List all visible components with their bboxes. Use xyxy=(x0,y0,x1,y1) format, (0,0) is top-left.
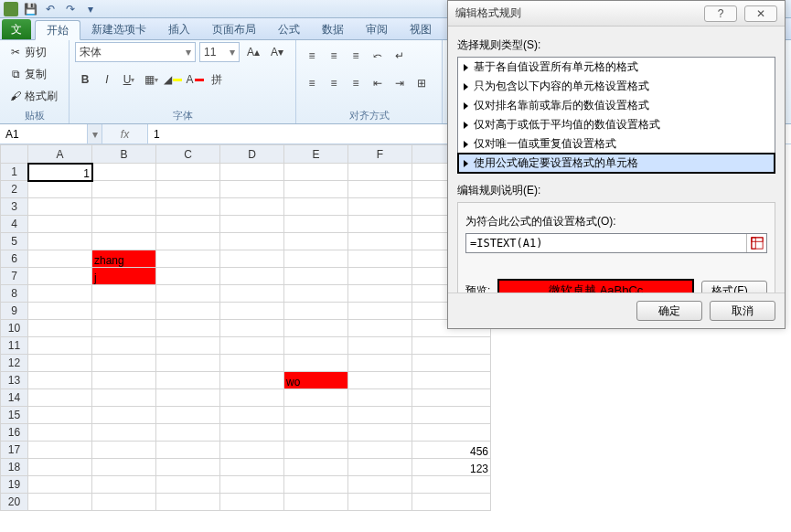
cell[interactable] xyxy=(284,268,348,285)
cell[interactable] xyxy=(28,389,92,407)
decrease-indent-button[interactable]: ⇤ xyxy=(368,73,388,93)
cell[interactable] xyxy=(156,164,220,181)
close-button[interactable]: ✕ xyxy=(744,5,777,22)
cell[interactable] xyxy=(156,337,220,355)
cell[interactable] xyxy=(284,424,348,442)
increase-indent-button[interactable]: ⇥ xyxy=(390,73,410,93)
ok-button[interactable]: 确定 xyxy=(636,301,702,321)
cell[interactable] xyxy=(92,372,156,389)
cell[interactable] xyxy=(348,442,412,459)
row-header[interactable]: 9 xyxy=(1,303,28,320)
cell[interactable]: 456 xyxy=(412,442,491,459)
cell[interactable] xyxy=(220,372,284,389)
rule-type-item[interactable]: 仅对排名靠前或靠后的数值设置格式 xyxy=(458,96,775,115)
align-center-button[interactable]: ≡ xyxy=(324,73,344,93)
cell[interactable] xyxy=(220,164,284,181)
cell[interactable] xyxy=(28,216,92,233)
cell[interactable] xyxy=(92,233,156,250)
cell[interactable] xyxy=(284,320,348,337)
cell[interactable] xyxy=(348,424,412,442)
cell[interactable] xyxy=(284,459,348,476)
cell[interactable] xyxy=(28,407,92,424)
tab-data[interactable]: 数据 xyxy=(311,19,355,39)
cell[interactable] xyxy=(156,233,220,250)
cell[interactable] xyxy=(28,285,92,303)
cell[interactable] xyxy=(28,303,92,320)
cell[interactable] xyxy=(156,198,220,216)
format-painter-button[interactable]: 🖌格式刷 xyxy=(5,86,61,106)
cell[interactable]: zhang xyxy=(92,250,156,268)
rule-type-item[interactable]: 仅对唯一值或重复值设置格式 xyxy=(458,134,775,154)
cell[interactable] xyxy=(156,459,220,476)
cell[interactable] xyxy=(28,233,92,250)
cell[interactable] xyxy=(348,459,412,476)
tab-home[interactable]: 开始 xyxy=(35,20,80,40)
cell[interactable] xyxy=(28,355,92,372)
cell[interactable] xyxy=(220,233,284,250)
cell[interactable]: 123 xyxy=(412,459,491,476)
cell[interactable] xyxy=(348,181,412,198)
file-tab[interactable]: 文 xyxy=(2,19,31,39)
cell[interactable] xyxy=(220,459,284,476)
cell[interactable] xyxy=(348,233,412,250)
cell[interactable] xyxy=(92,476,156,494)
cell[interactable] xyxy=(220,285,284,303)
cell[interactable] xyxy=(156,320,220,337)
cell[interactable] xyxy=(348,355,412,372)
cut-button[interactable]: ✂剪切 xyxy=(5,42,61,62)
row-header[interactable]: 19 xyxy=(1,476,28,494)
cell[interactable] xyxy=(156,285,220,303)
cell[interactable] xyxy=(220,216,284,233)
wrap-text-button[interactable]: ↵ xyxy=(390,46,410,66)
cell[interactable] xyxy=(156,407,220,424)
cell[interactable] xyxy=(156,494,220,511)
cell[interactable] xyxy=(156,250,220,268)
row-header[interactable]: 1 xyxy=(1,164,28,181)
cell[interactable] xyxy=(284,303,348,320)
tab-new[interactable]: 新建选项卡 xyxy=(80,19,157,39)
cell[interactable] xyxy=(92,320,156,337)
cell[interactable] xyxy=(348,198,412,216)
cell[interactable] xyxy=(412,355,491,372)
cell[interactable] xyxy=(28,250,92,268)
name-box[interactable]: A1 xyxy=(0,124,88,144)
tab-view[interactable]: 视图 xyxy=(399,19,443,39)
cell[interactable] xyxy=(348,303,412,320)
cell[interactable] xyxy=(284,355,348,372)
cell[interactable] xyxy=(348,407,412,424)
copy-button[interactable]: ⧉复制 xyxy=(5,64,61,84)
cell[interactable] xyxy=(348,320,412,337)
cell[interactable] xyxy=(348,164,412,181)
cell[interactable] xyxy=(220,303,284,320)
increase-font-button[interactable]: A▴ xyxy=(243,42,263,62)
cell[interactable] xyxy=(220,494,284,511)
cell[interactable] xyxy=(220,389,284,407)
cell[interactable] xyxy=(348,372,412,389)
cell[interactable] xyxy=(284,389,348,407)
row-header[interactable]: 13 xyxy=(1,372,28,389)
cell[interactable] xyxy=(92,442,156,459)
cell[interactable] xyxy=(412,494,491,511)
cell[interactable] xyxy=(284,337,348,355)
cell[interactable]: wo xyxy=(284,372,348,389)
cancel-button[interactable]: 取消 xyxy=(710,301,775,321)
align-left-button[interactable]: ≡ xyxy=(302,73,322,93)
rule-type-item[interactable]: 只为包含以下内容的单元格设置格式 xyxy=(458,77,775,96)
cell[interactable] xyxy=(92,494,156,511)
column-header[interactable]: A xyxy=(28,145,92,164)
cell[interactable] xyxy=(220,442,284,459)
cell[interactable] xyxy=(156,303,220,320)
align-middle-button[interactable]: ≡ xyxy=(324,46,344,66)
column-header[interactable]: E xyxy=(284,145,348,164)
cell[interactable] xyxy=(156,424,220,442)
cell[interactable] xyxy=(92,164,156,181)
cell[interactable] xyxy=(348,389,412,407)
cell[interactable] xyxy=(92,198,156,216)
cell[interactable] xyxy=(284,494,348,511)
cell[interactable] xyxy=(92,303,156,320)
tab-insert[interactable]: 插入 xyxy=(157,19,201,39)
cell[interactable] xyxy=(92,355,156,372)
cell[interactable] xyxy=(348,285,412,303)
cell[interactable] xyxy=(156,216,220,233)
cell[interactable] xyxy=(220,181,284,198)
